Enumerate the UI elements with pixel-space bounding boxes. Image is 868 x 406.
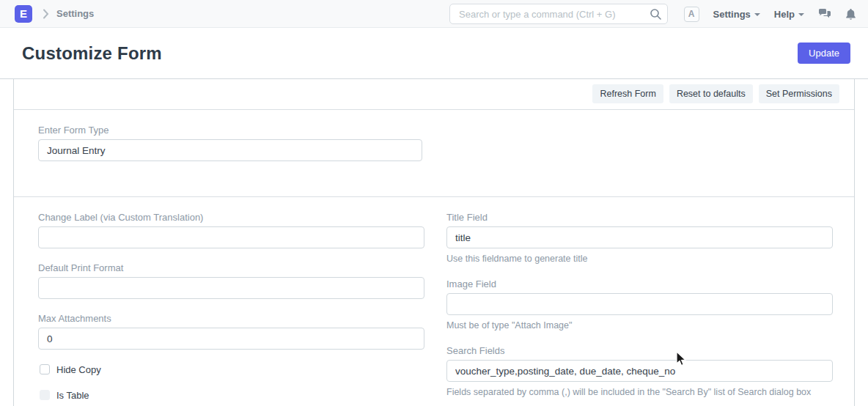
- title-field-input[interactable]: [446, 226, 833, 248]
- image-field-field: Image Field Must be of type "Attach Imag…: [446, 278, 833, 331]
- breadcrumb-chevron-icon: [43, 9, 49, 19]
- title-field-help: Use this fieldname to generate title: [446, 253, 833, 265]
- title-field-label: Title Field: [446, 212, 833, 224]
- default-print-format-input[interactable]: [38, 277, 424, 299]
- refresh-form-button[interactable]: Refresh Form: [592, 84, 663, 103]
- reset-to-defaults-button[interactable]: Reset to defaults: [669, 84, 753, 103]
- navbar: E Settings A Settings Help: [0, 0, 868, 28]
- change-label-field: Change Label (via Custom Translation): [38, 212, 424, 248]
- breadcrumb-settings[interactable]: Settings: [56, 8, 94, 19]
- search-fields-label: Search Fields: [446, 345, 833, 357]
- form-toolbar: Refresh Form Reset to defaults Set Permi…: [14, 79, 854, 110]
- hide-copy-label: Hide Copy: [56, 364, 101, 375]
- is-table-checkbox-row: Is Table: [38, 389, 424, 401]
- image-field-label: Image Field: [446, 278, 833, 290]
- image-field-input[interactable]: [446, 293, 833, 315]
- page-head: Customize Form Update: [0, 28, 868, 79]
- left-column: Change Label (via Custom Translation) De…: [38, 212, 424, 406]
- settings-menu-label: Settings: [713, 9, 751, 20]
- notifications-bell-icon[interactable]: [845, 8, 856, 21]
- app-logo[interactable]: E: [15, 5, 32, 23]
- hide-copy-checkbox-row: Hide Copy: [38, 363, 424, 375]
- navbar-right: A Settings Help: [684, 0, 856, 28]
- form-type-label: Enter Form Type: [38, 125, 422, 136]
- default-print-format-field: Default Print Format: [38, 262, 424, 299]
- properties-section: Change Label (via Custom Translation) De…: [14, 197, 854, 406]
- search-fields-field: Search Fields Fields separated by comma …: [446, 345, 833, 398]
- mouse-cursor: [674, 351, 688, 367]
- max-attachments-field: Max Attachments: [38, 313, 424, 350]
- right-column: Title Field Use this fieldname to genera…: [446, 212, 833, 406]
- default-print-format-label: Default Print Format: [38, 262, 424, 274]
- search-fields-input[interactable]: [446, 360, 833, 382]
- customize-form-card: Refresh Form Reset to defaults Set Permi…: [13, 79, 855, 406]
- help-menu[interactable]: Help: [774, 9, 804, 20]
- form-type-section: Enter Form Type: [14, 110, 854, 197]
- is-table-checkbox: [40, 390, 50, 400]
- search-icon: [650, 8, 661, 23]
- is-table-label: Is Table: [56, 390, 89, 401]
- image-field-help: Must be of type "Attach Image": [446, 320, 833, 331]
- update-button[interactable]: Update: [798, 43, 850, 64]
- form-type-input[interactable]: [38, 139, 422, 161]
- global-search-input[interactable]: [449, 4, 668, 24]
- max-attachments-label: Max Attachments: [38, 313, 424, 325]
- form-type-field: Enter Form Type: [38, 125, 422, 161]
- change-label-label: Change Label (via Custom Translation): [38, 212, 424, 224]
- search-fields-help: Fields separated by comma (,) will be in…: [446, 386, 833, 398]
- set-permissions-button[interactable]: Set Permissions: [759, 84, 839, 103]
- settings-menu[interactable]: Settings: [713, 9, 760, 20]
- page-title: Customize Form: [22, 43, 162, 64]
- chevron-down-icon: [798, 13, 804, 16]
- hide-copy-checkbox[interactable]: [40, 364, 50, 374]
- change-label-input[interactable]: [38, 226, 424, 248]
- avatar[interactable]: A: [684, 7, 699, 22]
- global-search: [449, 4, 668, 24]
- max-attachments-input[interactable]: [38, 328, 424, 350]
- help-menu-label: Help: [774, 9, 795, 20]
- title-field-field: Title Field Use this fieldname to genera…: [446, 212, 833, 265]
- chevron-down-icon: [754, 13, 760, 16]
- chat-icon[interactable]: [818, 8, 831, 20]
